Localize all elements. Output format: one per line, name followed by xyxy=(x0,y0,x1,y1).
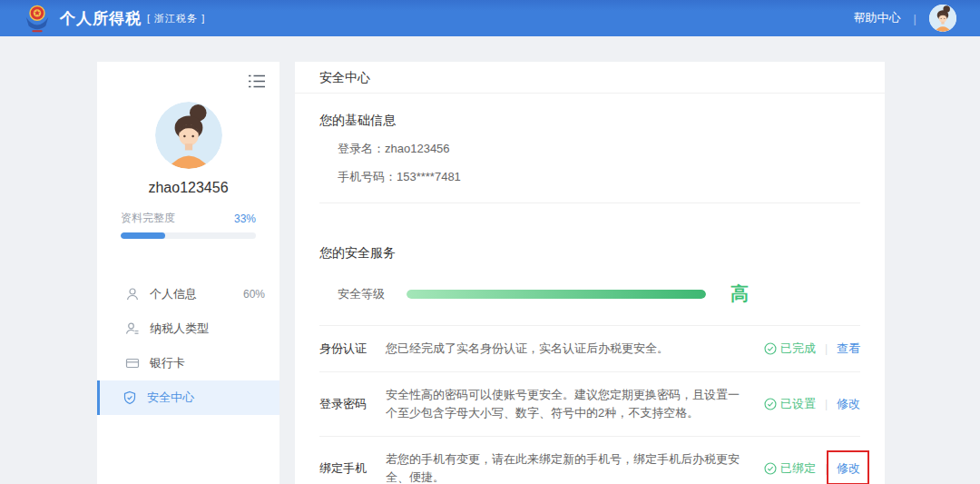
security-level-fill xyxy=(407,290,706,299)
completeness-label: 资料完整度 xyxy=(121,211,175,226)
security-item-description: 安全性高的密码可以使账号更安全。建议您定期更换密码，且设置一个至少包含字母大小写… xyxy=(386,386,747,422)
modify-password-link[interactable]: 修改 xyxy=(837,396,860,412)
security-items-list: 身份认证 您已经完成了实名身份认证，实名认证后办税更安全。 已完成 | 查看 登… xyxy=(319,325,860,484)
person-icon xyxy=(125,287,140,301)
app-title: 个人所得税 xyxy=(60,8,142,29)
security-level-row: 安全等级 高 xyxy=(319,282,860,306)
status-text: 已绑定 xyxy=(780,460,816,477)
highlight-box xyxy=(827,450,869,484)
phone-number: 手机号码：153****7481 xyxy=(338,169,860,185)
security-level-label: 安全等级 xyxy=(338,286,388,302)
sidebar-item-badge: 60% xyxy=(243,288,265,301)
sidebar-item-label: 银行卡 xyxy=(150,355,265,371)
view-link[interactable]: 查看 xyxy=(837,341,860,357)
security-services-title: 您的安全服务 xyxy=(319,245,860,262)
security-level-value: 高 xyxy=(730,282,749,306)
security-item-label: 登录密码 xyxy=(319,396,386,412)
profile-avatar xyxy=(155,102,222,169)
username: zhao123456 xyxy=(97,180,279,196)
sidebar-item-taxpayer-type[interactable]: 纳税人类型 xyxy=(97,311,279,346)
basic-info-title: 您的基础信息 xyxy=(319,113,860,129)
sidebar-menu: 个人信息 60% 纳税人类型 银行卡 xyxy=(97,277,279,415)
security-item-label: 身份认证 xyxy=(319,341,386,357)
modify-phone-link[interactable]: 修改 xyxy=(837,460,860,477)
security-row-identity: 身份认证 您已经完成了实名身份认证，实名认证后办税更安全。 已完成 | 查看 xyxy=(319,325,860,371)
profile-completeness: 资料完整度 33% xyxy=(121,211,256,239)
row-divider: | xyxy=(825,462,828,475)
profile-progress-fill xyxy=(121,232,165,239)
security-center-panel: 安全中心 您的基础信息 登录名：zhao123456 手机号码：153****7… xyxy=(295,62,885,484)
security-row-phone: 绑定手机 若您的手机有变更，请在此来绑定新的手机号，绑定手机后办税更安全、便捷。… xyxy=(319,436,860,484)
check-circle-icon xyxy=(764,342,777,355)
security-item-description: 您已经完成了实名身份认证，实名认证后办税更安全。 xyxy=(386,340,747,358)
security-level-bar xyxy=(407,290,706,299)
status-badge: 已设置 xyxy=(764,396,816,412)
shield-icon xyxy=(122,390,137,405)
tax-emblem-logo xyxy=(24,4,51,33)
help-center-link[interactable]: 帮助中心 xyxy=(854,10,901,26)
app-subtitle: [ 浙江税务 ] xyxy=(147,12,205,25)
security-item-label: 绑定手机 xyxy=(319,460,386,477)
status-text: 已设置 xyxy=(780,396,816,412)
sidebar-item-label: 纳税人类型 xyxy=(150,321,265,337)
sidebar-item-bank-card[interactable]: 银行卡 xyxy=(97,346,279,380)
sidebar-item-label: 安全中心 xyxy=(147,390,265,406)
profile-sidebar: zhao123456 资料完整度 33% 个人信息 60% xyxy=(97,62,279,484)
sidebar-item-security-center[interactable]: 安全中心 xyxy=(97,380,279,415)
user-avatar[interactable] xyxy=(929,5,956,32)
completeness-progressbar xyxy=(121,232,256,239)
bank-card-icon xyxy=(125,356,140,370)
list-menu-icon[interactable] xyxy=(249,74,265,88)
status-badge: 已绑定 xyxy=(764,460,816,477)
row-divider: | xyxy=(825,398,828,410)
header-divider: | xyxy=(914,12,916,25)
check-circle-icon xyxy=(764,398,777,410)
page-title: 安全中心 xyxy=(295,62,885,94)
row-divider: | xyxy=(825,342,828,355)
section-divider xyxy=(319,202,860,203)
taxpayer-icon xyxy=(125,321,140,336)
status-text: 已完成 xyxy=(780,341,816,357)
status-badge: 已完成 xyxy=(764,341,816,357)
sidebar-item-label: 个人信息 xyxy=(150,286,243,302)
top-header: 个人所得税 [ 浙江税务 ] 帮助中心 | xyxy=(0,0,980,36)
sidebar-item-personal-info[interactable]: 个人信息 60% xyxy=(97,277,279,311)
login-name: 登录名：zhao123456 xyxy=(338,141,860,157)
security-item-description: 若您的手机有变更，请在此来绑定新的手机号，绑定手机后办税更安全、便捷。 xyxy=(386,450,747,484)
check-circle-icon xyxy=(764,462,777,475)
security-row-password: 登录密码 安全性高的密码可以使账号更安全。建议您定期更换密码，且设置一个至少包含… xyxy=(319,371,860,436)
completeness-value: 33% xyxy=(234,212,256,225)
